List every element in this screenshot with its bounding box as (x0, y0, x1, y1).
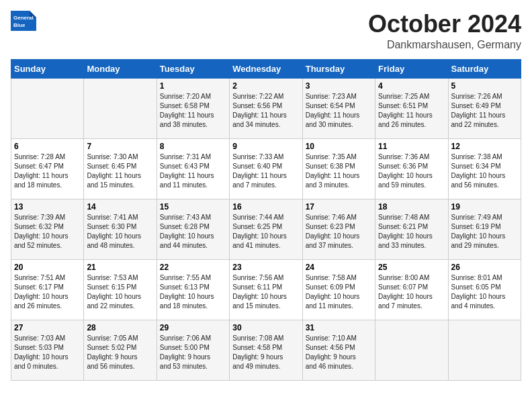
day-info: Sunrise: 7:56 AM Sunset: 6:11 PM Dayligh… (232, 273, 299, 311)
day-number: 23 (232, 263, 299, 272)
day-number: 29 (160, 323, 226, 332)
day-cell: 12Sunrise: 7:38 AM Sunset: 6:34 PM Dayli… (448, 138, 521, 199)
day-number: 14 (87, 202, 153, 212)
week-row-5: 27Sunrise: 7:03 AM Sunset: 5:03 PM Dayli… (11, 320, 521, 380)
day-cell: 29Sunrise: 7:06 AM Sunset: 5:00 PM Dayli… (157, 320, 229, 380)
week-row-4: 20Sunrise: 7:51 AM Sunset: 6:17 PM Dayli… (11, 259, 521, 320)
page-header: General Blue October 2024 Dankmarshausen… (11, 11, 521, 51)
header-tuesday: Tuesday (157, 59, 229, 78)
day-number: 22 (160, 263, 226, 272)
day-info: Sunrise: 7:33 AM Sunset: 6:40 PM Dayligh… (232, 152, 299, 190)
day-cell: 9Sunrise: 7:33 AM Sunset: 6:40 PM Daylig… (230, 138, 302, 199)
day-number: 17 (306, 202, 372, 212)
day-info: Sunrise: 7:48 AM Sunset: 6:21 PM Dayligh… (378, 213, 445, 250)
location-title: Dankmarshausen, Germany (368, 39, 521, 51)
day-number: 16 (232, 202, 299, 212)
day-number: 15 (160, 202, 226, 212)
day-number: 13 (14, 202, 81, 212)
day-info: Sunrise: 7:08 AM Sunset: 4:58 PM Dayligh… (232, 334, 299, 371)
header-row: Sunday Monday Tuesday Wednesday Thursday… (11, 59, 521, 78)
day-number: 30 (232, 323, 299, 332)
day-info: Sunrise: 7:20 AM Sunset: 6:58 PM Dayligh… (160, 92, 226, 130)
logo: General Blue (11, 11, 36, 31)
logo-icon: General Blue (11, 11, 36, 31)
day-number: 18 (378, 202, 445, 212)
day-cell: 22Sunrise: 7:55 AM Sunset: 6:13 PM Dayli… (157, 259, 229, 320)
day-number: 28 (87, 323, 153, 332)
day-cell: 24Sunrise: 7:58 AM Sunset: 6:09 PM Dayli… (302, 259, 375, 320)
day-cell: 26Sunrise: 8:01 AM Sunset: 6:05 PM Dayli… (448, 259, 521, 320)
calendar-table: Sunday Monday Tuesday Wednesday Thursday… (11, 59, 521, 381)
day-cell: 7Sunrise: 7:30 AM Sunset: 6:45 PM Daylig… (84, 138, 157, 199)
day-cell (375, 320, 448, 380)
day-info: Sunrise: 7:03 AM Sunset: 5:03 PM Dayligh… (14, 334, 81, 371)
week-row-2: 6Sunrise: 7:28 AM Sunset: 6:47 PM Daylig… (11, 138, 521, 199)
day-cell: 31Sunrise: 7:10 AM Sunset: 4:56 PM Dayli… (302, 320, 375, 380)
day-info: Sunrise: 7:58 AM Sunset: 6:09 PM Dayligh… (306, 273, 372, 311)
day-number: 12 (451, 142, 518, 151)
day-cell: 13Sunrise: 7:39 AM Sunset: 6:32 PM Dayli… (11, 199, 84, 259)
day-number: 2 (232, 81, 299, 91)
day-cell: 18Sunrise: 7:48 AM Sunset: 6:21 PM Dayli… (375, 199, 448, 259)
day-number: 24 (306, 263, 372, 272)
day-cell: 23Sunrise: 7:56 AM Sunset: 6:11 PM Dayli… (230, 259, 302, 320)
day-info: Sunrise: 8:00 AM Sunset: 6:07 PM Dayligh… (378, 273, 445, 311)
day-number: 8 (160, 142, 226, 151)
day-info: Sunrise: 7:39 AM Sunset: 6:32 PM Dayligh… (14, 213, 81, 250)
day-info: Sunrise: 7:25 AM Sunset: 6:51 PM Dayligh… (378, 92, 445, 130)
day-info: Sunrise: 7:22 AM Sunset: 6:56 PM Dayligh… (232, 92, 299, 130)
day-cell: 27Sunrise: 7:03 AM Sunset: 5:03 PM Dayli… (11, 320, 84, 380)
day-number: 26 (451, 263, 518, 272)
day-cell: 28Sunrise: 7:05 AM Sunset: 5:02 PM Dayli… (84, 320, 157, 380)
day-info: Sunrise: 7:46 AM Sunset: 6:23 PM Dayligh… (306, 213, 372, 250)
day-cell: 30Sunrise: 7:08 AM Sunset: 4:58 PM Dayli… (230, 320, 302, 380)
day-info: Sunrise: 7:36 AM Sunset: 6:36 PM Dayligh… (378, 152, 445, 190)
day-cell: 15Sunrise: 7:43 AM Sunset: 6:28 PM Dayli… (157, 199, 229, 259)
day-cell: 25Sunrise: 8:00 AM Sunset: 6:07 PM Dayli… (375, 259, 448, 320)
day-cell: 17Sunrise: 7:46 AM Sunset: 6:23 PM Dayli… (302, 199, 375, 259)
day-cell: 19Sunrise: 7:49 AM Sunset: 6:19 PM Dayli… (448, 199, 521, 259)
day-number: 31 (306, 323, 372, 332)
day-cell: 21Sunrise: 7:53 AM Sunset: 6:15 PM Dayli… (84, 259, 157, 320)
day-cell (448, 320, 521, 380)
day-info: Sunrise: 7:30 AM Sunset: 6:45 PM Dayligh… (87, 152, 153, 190)
day-number: 20 (14, 263, 81, 272)
day-info: Sunrise: 7:49 AM Sunset: 6:19 PM Dayligh… (451, 213, 518, 250)
svg-text:Blue: Blue (13, 22, 26, 28)
day-info: Sunrise: 7:28 AM Sunset: 6:47 PM Dayligh… (14, 152, 81, 190)
day-info: Sunrise: 7:35 AM Sunset: 6:38 PM Dayligh… (306, 152, 372, 190)
day-cell: 6Sunrise: 7:28 AM Sunset: 6:47 PM Daylig… (11, 138, 84, 199)
day-cell: 1Sunrise: 7:20 AM Sunset: 6:58 PM Daylig… (157, 78, 229, 138)
header-wednesday: Wednesday (230, 59, 302, 78)
week-row-3: 13Sunrise: 7:39 AM Sunset: 6:32 PM Dayli… (11, 199, 521, 259)
day-number: 19 (451, 202, 518, 212)
day-cell: 8Sunrise: 7:31 AM Sunset: 6:43 PM Daylig… (157, 138, 229, 199)
header-sunday: Sunday (11, 59, 84, 78)
day-number: 4 (378, 81, 445, 91)
day-info: Sunrise: 7:23 AM Sunset: 6:54 PM Dayligh… (306, 92, 372, 130)
day-cell: 2Sunrise: 7:22 AM Sunset: 6:56 PM Daylig… (230, 78, 302, 138)
day-info: Sunrise: 7:06 AM Sunset: 5:00 PM Dayligh… (160, 334, 226, 371)
day-number: 3 (306, 81, 372, 91)
day-number: 9 (232, 142, 299, 151)
title-block: October 2024 Dankmarshausen, Germany (368, 11, 521, 51)
header-saturday: Saturday (448, 59, 521, 78)
day-number: 5 (451, 81, 518, 91)
day-info: Sunrise: 7:51 AM Sunset: 6:17 PM Dayligh… (14, 273, 81, 311)
day-info: Sunrise: 7:43 AM Sunset: 6:28 PM Dayligh… (160, 213, 226, 250)
day-info: Sunrise: 7:31 AM Sunset: 6:43 PM Dayligh… (160, 152, 226, 190)
day-cell: 20Sunrise: 7:51 AM Sunset: 6:17 PM Dayli… (11, 259, 84, 320)
day-cell: 5Sunrise: 7:26 AM Sunset: 6:49 PM Daylig… (448, 78, 521, 138)
header-monday: Monday (84, 59, 157, 78)
day-cell: 14Sunrise: 7:41 AM Sunset: 6:30 PM Dayli… (84, 199, 157, 259)
day-info: Sunrise: 7:41 AM Sunset: 6:30 PM Dayligh… (87, 213, 153, 250)
day-cell: 11Sunrise: 7:36 AM Sunset: 6:36 PM Dayli… (375, 138, 448, 199)
day-number: 7 (87, 142, 153, 151)
day-cell: 16Sunrise: 7:44 AM Sunset: 6:25 PM Dayli… (230, 199, 302, 259)
day-cell: 4Sunrise: 7:25 AM Sunset: 6:51 PM Daylig… (375, 78, 448, 138)
day-cell: 10Sunrise: 7:35 AM Sunset: 6:38 PM Dayli… (302, 138, 375, 199)
day-info: Sunrise: 7:26 AM Sunset: 6:49 PM Dayligh… (451, 92, 518, 130)
header-thursday: Thursday (302, 59, 375, 78)
day-number: 1 (160, 81, 226, 91)
day-info: Sunrise: 7:05 AM Sunset: 5:02 PM Dayligh… (87, 334, 153, 371)
